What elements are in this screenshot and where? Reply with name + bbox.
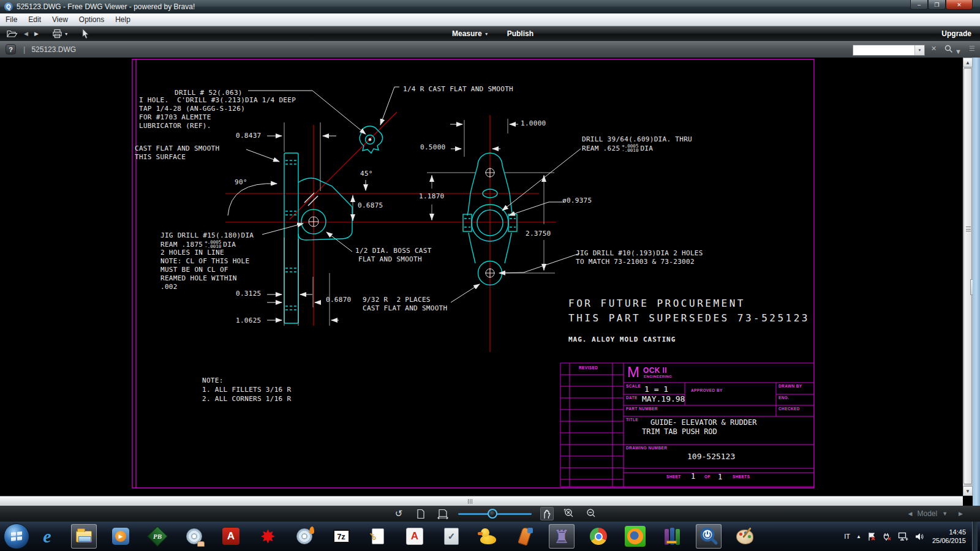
language-indicator[interactable]: IT — [844, 533, 850, 540]
pan-hand-icon[interactable] — [540, 507, 554, 520]
7zip-icon[interactable]: 7z — [328, 524, 354, 549]
pdf-key-icon[interactable]: ⚷ — [365, 524, 391, 549]
fit-page-icon[interactable] — [414, 507, 428, 520]
dim-label: 0.8437 — [236, 132, 262, 140]
print-icon[interactable] — [52, 29, 63, 39]
menu-view[interactable]: View — [47, 14, 74, 25]
show-desktop-button[interactable] — [972, 522, 978, 551]
zoom-window-icon[interactable] — [562, 507, 576, 520]
eraser-ticket-icon[interactable] — [512, 524, 538, 549]
minimize-button[interactable]: – — [910, 0, 928, 10]
vertical-scrollbar-thumb[interactable] — [963, 68, 972, 484]
cyberduck-icon[interactable] — [475, 524, 501, 549]
logo: M — [627, 364, 639, 381]
fit-width-icon[interactable] — [436, 507, 450, 520]
start-button[interactable] — [4, 523, 29, 549]
nero-disc-icon[interactable] — [292, 524, 317, 549]
back-icon[interactable]: ◀ — [24, 31, 28, 37]
restore-button[interactable]: ❐ — [928, 0, 946, 10]
forward-icon[interactable]: ▶ — [34, 31, 39, 37]
zoom-slider-knob[interactable] — [488, 509, 497, 519]
menu-help[interactable]: Help — [110, 14, 136, 25]
annotation-label: CAST FLAT AND SMOOTH — [363, 305, 447, 312]
note-label: 2. ALL CORNERS 1/16 R — [202, 395, 291, 403]
search-caret-icon[interactable]: ▼ — [955, 48, 962, 55]
brava-viewer-icon[interactable] — [696, 524, 722, 549]
network-icon[interactable] — [898, 532, 908, 541]
search-clear-icon[interactable]: ✕ — [931, 45, 937, 53]
annotation-label: 9/32 R 2 PLACES — [363, 296, 431, 304]
paint-palette-icon[interactable] — [733, 524, 758, 549]
annotation-label: .002 — [160, 283, 178, 291]
model-prev-icon[interactable]: ◀ — [908, 511, 913, 517]
titleblock-drawingnumber-value: 109-525123 — [687, 452, 735, 461]
annotation-label: REAM .625+.0005-.0010DIA — [582, 144, 653, 152]
title-bar[interactable]: Q 525123.DWG - Free DWG Viewer - powered… — [0, 0, 980, 13]
select-cursor-icon[interactable] — [81, 28, 89, 39]
measure-button[interactable]: Measure — [452, 29, 482, 38]
rotate-icon[interactable]: ↺ — [392, 507, 405, 520]
chess-rook-icon[interactable]: ♜ — [549, 524, 575, 549]
annotation-label: I HOLE. C'DRILL #3(.213)DIA 1/4 DEEP — [139, 97, 296, 104]
clock[interactable]: 14:45 25/06/2015 — [932, 528, 966, 545]
main-toolbar: ◀ ▶ ▼ Measure ▼ Publish Upgrade — [0, 26, 980, 41]
winrar-icon[interactable] — [659, 524, 685, 549]
menu-file[interactable]: File — [0, 14, 23, 25]
horizontal-scrollbar[interactable] — [0, 496, 963, 506]
search-input[interactable]: ▼ — [853, 45, 925, 56]
disc-burn-icon[interactable] — [181, 524, 207, 549]
internet-explorer-icon[interactable]: e — [34, 524, 60, 549]
scroll-down-icon[interactable]: ▼ — [963, 486, 973, 496]
annotation-label: JIG DRILL #15(.180)DIA — [160, 232, 254, 239]
windows-explorer-icon[interactable] — [71, 524, 97, 549]
menu-options[interactable]: Options — [74, 14, 110, 25]
device-plug-icon[interactable] — [883, 532, 892, 541]
titleblock-sheets-value: 1 — [718, 473, 722, 481]
publish-button[interactable]: Publish — [507, 29, 533, 38]
acrobat-icon[interactable]: A — [218, 524, 244, 549]
chrome-icon[interactable] — [586, 524, 611, 549]
search-dropdown-icon[interactable]: ▼ — [914, 45, 924, 55]
action-center-flag-icon[interactable] — [867, 532, 876, 541]
menu-edit[interactable]: Edit — [23, 14, 47, 25]
drawing-viewport[interactable]: DRILL # 52(.063) I HOLE. C'DRILL #3(.213… — [0, 58, 963, 496]
scroll-up-icon[interactable]: ▲ — [963, 58, 973, 67]
search-results-list-icon[interactable]: ☰ — [969, 45, 975, 53]
model-next-icon[interactable]: ▶ — [959, 511, 963, 517]
annotation-label: TAP 1/4-28 (AN-GGG-S-126) — [139, 105, 245, 113]
model-caret-icon[interactable]: ▼ — [942, 511, 948, 517]
titleblock-sheets-label: SHEETS — [733, 474, 750, 479]
horizontal-scrollbar-grip[interactable] — [468, 499, 475, 504]
zoom-slider[interactable] — [458, 507, 532, 520]
document-tab[interactable]: 525123.DWG — [31, 45, 76, 54]
zoom-out-icon[interactable] — [584, 507, 598, 520]
tray-expand-icon[interactable]: ▲ — [856, 534, 861, 539]
print-caret-icon[interactable]: ▼ — [64, 32, 69, 36]
search-magnifier-icon[interactable] — [944, 45, 953, 54]
open-file-icon[interactable] — [6, 29, 18, 39]
titleblock-sheet-value: 1 — [691, 472, 695, 481]
titleblock-scale-label: SCALE — [626, 384, 641, 388]
titleblock-title-value: GUIDE- ELEVATOR & RUDDER — [650, 418, 756, 427]
vertical-scrollbar[interactable]: ▲ ▼ — [963, 58, 973, 496]
document-check-icon[interactable]: ✓ — [439, 524, 464, 549]
media-player-icon[interactable]: ▶ — [108, 524, 134, 549]
pb-app-icon[interactable]: PB — [145, 524, 170, 549]
close-button[interactable]: ✕ — [946, 0, 973, 10]
titleblock-drawn-label: DRAWN BY — [778, 384, 802, 388]
annotation-label: FOR #1703 ALEMITE — [139, 114, 211, 121]
help-button[interactable]: ? — [6, 44, 16, 54]
volume-icon[interactable] — [914, 532, 924, 541]
firefox-icon[interactable] — [622, 524, 648, 549]
measure-caret-icon[interactable]: ▼ — [484, 32, 489, 36]
adobe-reader-icon[interactable]: A — [402, 524, 428, 549]
taskbar: e ▶ PB A ✸ 7z ⚷ A ✓ ♜ — [0, 522, 980, 551]
red-splat-icon[interactable]: ✸ — [255, 524, 281, 549]
upgrade-button[interactable]: Upgrade — [941, 26, 971, 41]
angle-label: 45° — [360, 170, 373, 178]
annotation-label: NOTE: CL OF THIS HOLE — [160, 258, 249, 265]
note-label: 1. ALL FILLETS 3/16 R — [202, 386, 291, 394]
dim-label: 1.1870 — [419, 193, 445, 200]
window-title: 525123.DWG - Free DWG Viewer - powered b… — [17, 2, 195, 11]
titleblock-approved-label: APPROVED BY — [691, 388, 723, 392]
